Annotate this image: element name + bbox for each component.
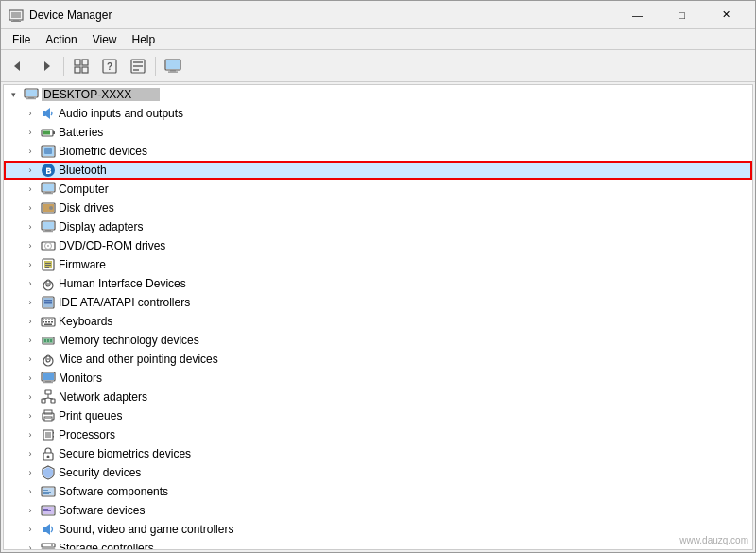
svg-rect-6 [75,60,80,65]
svg-rect-65 [43,321,44,323]
tree-item-disk[interactable]: › Disk drives [4,199,752,217]
svg-rect-96 [53,432,54,434]
minimize-button[interactable]: — [616,1,659,29]
toolbar-forward[interactable] [33,54,60,78]
svg-rect-67 [48,321,50,323]
storage-label: Storage controllers [59,542,154,550]
firmware-expand[interactable]: › [23,257,38,272]
toolbar-properties[interactable] [125,54,151,78]
audio-expand[interactable]: › [23,106,38,121]
maximize-button[interactable]: □ [661,1,703,29]
monitors-icon [41,371,56,386]
sound-expand[interactable]: › [23,522,38,537]
tree-item-hid[interactable]: › Human Interface Devices [4,274,752,293]
tree-item-monitors[interactable]: › Monitors [4,369,752,388]
tree-item-storage[interactable]: › Storage controllers [4,539,752,550]
svg-rect-82 [45,390,51,394]
tree-item-softcomp[interactable]: › Software components [4,482,752,501]
menu-action[interactable]: Action [38,31,84,48]
batteries-icon [41,125,56,140]
tree-item-display[interactable]: › Display adapters [4,217,752,236]
mice-icon [41,352,56,367]
processors-expand[interactable]: › [23,427,38,442]
svg-rect-7 [82,60,88,65]
toolbar-monitor[interactable] [160,54,186,78]
root-expand-arrow[interactable]: ▾ [6,87,21,102]
tree-item-ide[interactable]: › IDE ATA/ATAPI controllers [4,293,752,312]
root-item[interactable]: ▾ DESKTOP-XXXX [4,85,752,104]
close-button[interactable]: ✕ [705,1,747,29]
toolbar-help[interactable]: ? [96,54,123,78]
softdev-expand[interactable]: › [23,503,38,518]
tree-item-secure[interactable]: › Secure biometrics devices [4,444,752,463]
tree-item-memory[interactable]: › Memory technology devices [4,331,752,350]
tree-item-biometric[interactable]: › Biometric devices [4,142,752,161]
svg-rect-97 [53,436,54,438]
svg-rect-15 [133,69,139,71]
tree-item-bluetooth[interactable]: › ʙ Bluetooth [4,161,752,180]
tree-item-computer[interactable]: › Computer [4,180,752,199]
svg-rect-91 [45,418,51,419]
mice-expand[interactable]: › [23,352,38,367]
tree-item-print[interactable]: › Print queues [4,406,752,425]
device-tree[interactable]: ▾ DESKTOP-XXXX › [3,84,753,550]
monitors-expand[interactable]: › [23,371,38,386]
bluetooth-label: Bluetooth [59,164,107,177]
svg-rect-44 [43,231,53,232]
security-expand[interactable]: › [23,465,38,480]
svg-rect-36 [45,192,51,193]
menu-view[interactable]: View [85,31,125,48]
svg-rect-61 [43,320,44,321]
menu-file[interactable]: File [5,31,38,48]
firmware-label: Firmware [59,258,106,271]
tree-item-sound[interactable]: › Sound, video and game controllers [4,520,752,539]
tree-item-mice[interactable]: › Mice and other pointing devices [4,350,752,369]
tree-item-security[interactable]: › Security devices [4,463,752,482]
tree-item-keyboards[interactable]: › Keyboards [4,312,752,331]
ide-label: IDE ATA/ATAPI controllers [59,296,190,309]
secure-icon [41,446,56,461]
svg-rect-28 [43,131,50,135]
biometric-expand[interactable]: › [23,144,38,159]
tree-item-softdev[interactable]: › Software devices [4,501,752,520]
svg-rect-69 [44,324,52,326]
tree-item-batteries[interactable]: › Batteries [4,123,752,142]
title-bar: Device Manager — □ ✕ [1,1,755,29]
ide-icon [41,295,56,310]
dvd-expand[interactable]: › [23,238,38,253]
batteries-expand[interactable]: › [23,125,38,140]
display-expand[interactable]: › [23,219,38,234]
softcomp-label: Software components [59,485,168,498]
tree-item-audio[interactable]: › Audio inputs and outputs [4,104,752,123]
hid-expand[interactable]: › [23,276,38,291]
print-expand[interactable]: › [23,408,38,423]
window-title: Device Manager [29,9,616,22]
biometric-icon [41,144,56,159]
computer-expand[interactable]: › [23,181,38,197]
secure-expand[interactable]: › [23,446,38,461]
memory-expand[interactable]: › [23,333,38,348]
svg-rect-59 [44,302,52,304]
dvd-label: DVD/CD-ROM drives [59,239,165,252]
svg-point-75 [43,356,53,366]
softcomp-expand[interactable]: › [23,484,38,499]
toolbar-show-grid[interactable] [68,54,94,78]
svg-rect-31 [44,148,52,154]
bluetooth-expand[interactable]: › [23,163,38,178]
tree-item-processors[interactable]: › Processors [4,425,752,444]
ide-expand[interactable]: › [23,295,38,310]
bluetooth-icon: ʙ [41,163,56,178]
disk-expand[interactable]: › [23,200,38,216]
svg-rect-95 [43,436,43,438]
svg-rect-83 [42,399,45,403]
tree-item-network[interactable]: › Network adapters [4,388,752,406]
storage-expand[interactable]: › [23,541,38,550]
tree-item-dvd[interactable]: › DVD/CD-ROM drives [4,236,752,255]
disk-icon [41,200,56,216]
toolbar-back[interactable] [5,54,31,78]
keyboards-expand[interactable]: › [23,314,38,329]
menu-help[interactable]: Help [125,31,163,48]
network-expand[interactable]: › [23,389,38,405]
computer-label: Computer [59,182,109,196]
tree-item-firmware[interactable]: › Firmware [4,255,752,274]
